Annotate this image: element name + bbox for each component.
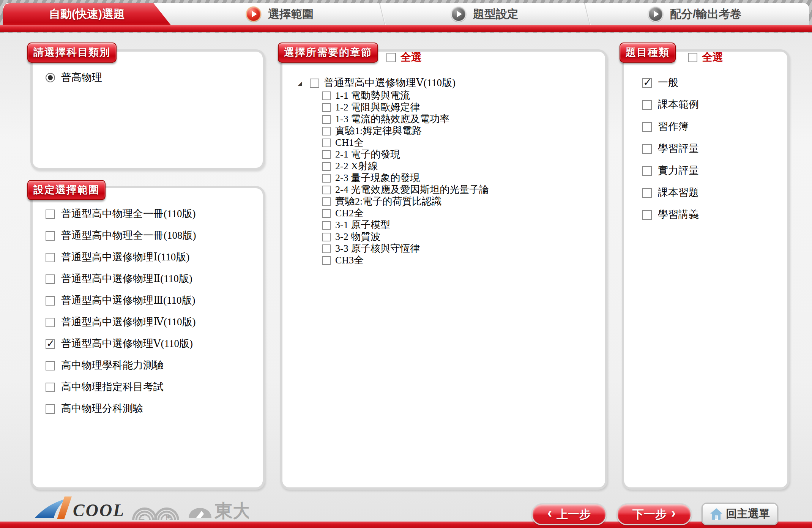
chapter-item[interactable]: 1-1 電動勢與電流 (322, 90, 489, 101)
checkbox[interactable] (46, 210, 55, 219)
chapter-item[interactable]: 實驗1:姆定律與電路 (322, 126, 489, 136)
checkbox[interactable] (322, 209, 331, 218)
checkbox[interactable] (46, 296, 55, 306)
checkbox[interactable] (386, 53, 396, 62)
checkbox[interactable] (688, 53, 697, 62)
checkbox[interactable] (46, 339, 55, 349)
chapter-item[interactable]: 2-2 X射線 (322, 161, 489, 172)
range-item[interactable]: 普通型高中選修物理Ⅱ(110版) (46, 273, 196, 285)
checkbox[interactable] (46, 274, 55, 284)
checkbox[interactable] (642, 188, 652, 198)
checkbox[interactable] (642, 78, 652, 88)
type-item[interactable]: 學習評量 (642, 143, 699, 155)
checkbox-label: 3-3 原子核與守恆律 (335, 243, 420, 254)
range-item[interactable]: 高中物理分科測驗 (46, 403, 196, 415)
tab-question-type-setting[interactable]: 題型設定 (383, 3, 586, 25)
checkbox[interactable] (322, 91, 331, 100)
range-item[interactable]: 普通型高中選修物理Ⅳ(110版) (46, 316, 196, 328)
checkbox[interactable] (322, 162, 331, 171)
checkbox[interactable] (310, 79, 319, 88)
range-item[interactable]: 普通型高中選修物理Ⅲ(110版) (46, 295, 196, 307)
checkbox[interactable] (642, 210, 652, 220)
range-item[interactable]: 普通型高中物理全一冊(110版) (46, 208, 196, 220)
checkbox-label: 1-2 電阻與歐姆定律 (335, 102, 420, 113)
chapter-item[interactable]: 1-3 電流的熱效應及電功率 (322, 114, 489, 125)
chapter-tree: ◢ 普通型高中選修物理Ⅴ(110版) 1-1 電動勢與電流 1-2 電阻與歐姆定… (298, 77, 489, 266)
checkbox[interactable] (642, 144, 652, 154)
checkbox[interactable] (322, 197, 331, 206)
checkbox-label: 高中物理分科測驗 (61, 403, 143, 415)
chapter-panel: ◢ 普通型高中選修物理Ⅴ(110版) 1-1 電動勢與電流 1-2 電阻與歐姆定… (280, 49, 607, 490)
tab-select-range[interactable]: 選擇範圍 (178, 3, 381, 25)
prev-step-button[interactable]: ‹ 上一步 (531, 503, 607, 525)
checkbox[interactable] (322, 233, 331, 241)
checkbox[interactable] (46, 318, 55, 327)
checkbox-label: 普通型高中選修物理Ⅳ(110版) (61, 317, 196, 328)
subject-panel-title-badge: 請選擇科目類別 (27, 43, 117, 63)
tree-expand-icon[interactable]: ◢ (298, 80, 305, 86)
radio-button[interactable] (46, 73, 55, 82)
range-item[interactable]: 高中物理學科能力測驗 (46, 359, 196, 372)
checkbox[interactable] (46, 253, 55, 262)
checkbox[interactable] (322, 150, 331, 159)
chapter-tree-children: 1-1 電動勢與電流 1-2 電阻與歐姆定律 1-3 電流的熱效應及電功率 實驗… (322, 90, 489, 266)
chapter-item[interactable]: 2-4 光電效應及愛因斯坦的光量子論 (322, 184, 489, 195)
checkbox-label: CH3全 (335, 255, 364, 266)
chapter-tree-root[interactable]: ◢ 普通型高中選修物理Ⅴ(110版) (298, 77, 489, 90)
chapter-item[interactable]: CH1全 (322, 137, 489, 148)
chapter-select-all[interactable]: 全選 (386, 52, 422, 63)
subject-radio-item[interactable]: 普高物理 (46, 72, 102, 84)
chapter-item[interactable]: CH3全 (322, 255, 489, 266)
checkbox[interactable] (322, 174, 331, 183)
cool-logo-text: COOL (73, 501, 125, 520)
checkbox[interactable] (322, 139, 331, 147)
range-item[interactable]: 普通型高中物理全一冊(108版) (46, 230, 196, 242)
chapter-item[interactable]: 1-2 電阻與歐姆定律 (322, 102, 489, 113)
checkbox[interactable] (46, 361, 55, 370)
type-item[interactable]: 學習講義 (642, 209, 699, 221)
checkbox[interactable] (322, 127, 331, 136)
chapter-item[interactable]: 實驗2:電子的荷質比認識 (322, 196, 489, 207)
checkbox[interactable] (642, 166, 652, 176)
type-item[interactable]: 實力評量 (642, 165, 699, 177)
chapter-item[interactable]: 3-2 物質波 (322, 232, 489, 242)
checkbox-label: 2-4 光電效應及愛因斯坦的光量子論 (335, 184, 489, 195)
checkbox[interactable] (322, 186, 331, 194)
checkbox-label: 普通型高中選修物理Ⅲ(110版) (61, 295, 196, 306)
checkbox[interactable] (46, 404, 55, 414)
checkbox-label: 一般 (658, 77, 678, 88)
tab-label: 自動(快速)選題 (49, 6, 125, 22)
type-select-all[interactable]: 全選 (688, 52, 723, 63)
checkbox-label: 習作簿 (658, 121, 689, 132)
type-item[interactable]: 一般 (642, 77, 699, 89)
chapter-item[interactable]: 2-3 量子現象的發現 (322, 173, 489, 183)
checkbox[interactable] (642, 100, 652, 110)
checkbox[interactable] (322, 256, 331, 265)
checkbox[interactable] (322, 244, 331, 253)
chapter-item[interactable]: 3-1 原子模型 (322, 220, 489, 230)
chapter-item[interactable]: 2-1 電子的發現 (322, 149, 489, 160)
home-menu-button[interactable]: 回主選單 (702, 503, 778, 525)
type-item[interactable]: 課本習題 (642, 187, 699, 199)
checkbox[interactable] (642, 122, 652, 132)
checkbox-label: 實驗1:姆定律與電路 (335, 126, 422, 137)
subject-panel: 普高物理 (30, 49, 265, 170)
checkbox[interactable] (322, 115, 331, 124)
checkbox-label: 普通型高中選修物理Ⅱ(110版) (61, 273, 192, 285)
chapter-item[interactable]: 3-3 原子核與守恆律 (322, 243, 489, 254)
checkbox[interactable] (322, 221, 331, 230)
next-step-button[interactable]: 下一步 › (616, 503, 692, 525)
tab-score-output[interactable]: 配分/輸出考卷 (588, 3, 801, 25)
tab-auto-quick-select[interactable]: 自動(快速)選題 (3, 3, 171, 25)
checkbox[interactable] (322, 103, 331, 112)
range-item[interactable]: 高中物理指定科目考試 (46, 381, 196, 393)
prev-step-label: 上一步 (557, 507, 591, 522)
chapter-item[interactable]: CH2全 (322, 208, 489, 219)
play-icon (246, 6, 261, 22)
range-item[interactable]: 普通型高中選修物理Ⅴ(110版) (46, 338, 196, 350)
checkbox[interactable] (46, 383, 55, 392)
type-item[interactable]: 習作簿 (642, 121, 699, 133)
checkbox[interactable] (46, 231, 55, 241)
type-item[interactable]: 課本範例 (642, 99, 699, 111)
range-item[interactable]: 普通型高中選修物理Ⅰ(110版) (46, 251, 196, 263)
